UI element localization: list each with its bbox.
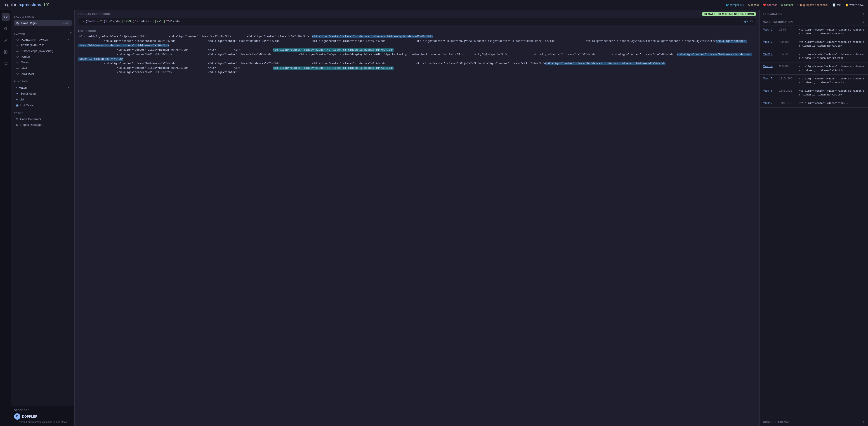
sponsor-name: DOPPLER bbox=[22, 415, 37, 418]
flavor-java8-label: Java 8 bbox=[21, 66, 29, 70]
center-panel: REGULAR EXPRESSION 93 matches (107 840 s… bbox=[74, 10, 760, 426]
match-7-label[interactable]: Match 7 bbox=[763, 101, 776, 105]
flavor-ecma[interactable]: </> ECMAScript (JavaScript) bbox=[14, 48, 72, 54]
brand: regular expressions 101 bbox=[4, 2, 50, 7]
svg-rect-2 bbox=[6, 27, 7, 30]
match-row-1: Match 1 22-96 <td·align="center"·class="… bbox=[760, 26, 868, 38]
regex-token-lookahead: (?=<td) bbox=[86, 20, 98, 23]
sponsor-link[interactable]: ❤️ sponsor bbox=[763, 3, 777, 6]
regex-debugger-label: Regex Debugger bbox=[20, 123, 42, 126]
icon-code[interactable] bbox=[2, 13, 10, 21]
tool-code-gen[interactable]: ⊞ Code Generator bbox=[14, 116, 72, 122]
flavor-golang[interactable]: </> Golang bbox=[14, 59, 72, 65]
save-shortcut: ctrl+s bbox=[63, 22, 69, 24]
icon-chat[interactable] bbox=[2, 60, 10, 68]
flavor-tag-ecma: </> bbox=[16, 50, 20, 53]
tool-regex-debugger[interactable]: ⚙ Regex Debugger bbox=[14, 122, 72, 127]
regex-token-quant1: *? bbox=[135, 20, 138, 23]
regex-token-quant2: *? bbox=[165, 20, 169, 23]
flavor-java8[interactable]: </> Java 8 bbox=[14, 65, 72, 71]
match-3-range: 754-828 bbox=[779, 53, 796, 60]
svg-rect-1 bbox=[5, 28, 6, 30]
sponsors-box: SPONSORS D DOPPLER All your environment … bbox=[11, 406, 74, 426]
match-icon: › bbox=[16, 86, 17, 89]
flavor-title: FLAVOR bbox=[14, 32, 25, 35]
explanation-collapse-button[interactable]: ∧ bbox=[863, 12, 865, 16]
regex-label: REGULAR EXPRESSION 93 matches (107 840 s… bbox=[78, 12, 756, 16]
function-unit-tests[interactable]: ◉ Unit Tests bbox=[14, 102, 72, 108]
flavor-pcre[interactable]: </> PCRE (PHP <7.3) bbox=[14, 42, 72, 48]
wiki-link[interactable]: 📄 wiki bbox=[832, 3, 841, 6]
function-match[interactable]: › Match ✓ bbox=[14, 85, 72, 90]
test-string-content[interactable]: color:#efdc31;color:black;">良</span></td… bbox=[74, 33, 760, 426]
match-row-5: Match 5 1316-1390 <td·align="center"·cla… bbox=[760, 75, 868, 87]
regex-section: REGULAR EXPRESSION 93 matches (107 840 s… bbox=[74, 10, 760, 28]
match-info-section: MATCH INFORMATION ∨ Match 1 22-96 <td·al… bbox=[760, 18, 868, 418]
regex-content[interactable]: (?=<td)(?:(?!<\/td>)[\s\S])*?hidden-lg[\… bbox=[86, 20, 741, 23]
flavor-check-pcre2: ✓ bbox=[67, 38, 70, 41]
icon-bar bbox=[0, 10, 11, 426]
flavor-python[interactable]: </> Python bbox=[14, 54, 72, 59]
match-row-3: Match 3 754-828 <td·align="center"·class… bbox=[760, 50, 868, 62]
match-5-range: 1316-1390 bbox=[779, 77, 796, 84]
function-list[interactable]: ≡ List bbox=[14, 96, 72, 102]
regex-token-charclass1: [\s\S] bbox=[122, 20, 133, 23]
flavor-pcre2[interactable]: </> PCRE2 (PHP >=7.3) ✓ bbox=[14, 37, 72, 42]
quick-ref-header: QUICK REFERENCE ∧ bbox=[760, 418, 868, 426]
flavor-pcre-label: PCRE (PHP <7.3) bbox=[21, 44, 44, 47]
match-4-label[interactable]: Match 4 bbox=[763, 65, 776, 72]
match-2-label[interactable]: Match 2 bbox=[763, 40, 776, 48]
flavor-pcre2-label: PCRE2 (PHP >=7.3) bbox=[21, 38, 48, 41]
save-regex-button[interactable]: Save Regex ctrl+s bbox=[14, 20, 72, 26]
icon-stats[interactable] bbox=[2, 24, 10, 33]
flavor-help-icon[interactable]: ? bbox=[70, 31, 72, 35]
regex-copy-button[interactable]: ⧉ bbox=[749, 19, 754, 24]
right-panel: EXPLANATION ∧ MATCH INFORMATION ∨ Match … bbox=[760, 10, 868, 426]
match-info-collapse-button[interactable]: ∨ bbox=[863, 20, 865, 24]
svg-point-3 bbox=[5, 39, 6, 40]
code-gen-label: Code Generator bbox=[20, 117, 41, 121]
tools-title: TOOLS bbox=[14, 112, 72, 114]
quick-ref-collapse-button[interactable]: ∧ bbox=[863, 420, 865, 424]
whatsnew-link[interactable]: 🔔 what's new? bbox=[845, 3, 864, 6]
function-substitution[interactable]: ✂ Substitution bbox=[14, 90, 72, 96]
match-row-2: Match 2 429-502 <td·align="center"·class… bbox=[760, 38, 868, 50]
match-1-label[interactable]: Match 1 bbox=[763, 28, 776, 35]
contact-link[interactable]: ✉ contact bbox=[781, 3, 793, 6]
regex-input-wrap[interactable]: ÷ / (?=<td)(?:(?!<\/td>)[\s\S])*?hidden-… bbox=[78, 17, 756, 25]
brand-regular: regular bbox=[4, 2, 16, 7]
sidebar: SAVE & SHARE Save Regex ctrl+s FLAVOR ? … bbox=[11, 10, 74, 426]
match-4-range: 909-983 bbox=[779, 65, 796, 72]
match-3-value: <td·align="center"·class="hidden-xs·hidd… bbox=[799, 53, 865, 60]
match-7-value: <td·align="center"·class="hidd... bbox=[799, 101, 865, 105]
flavor-python-label: Python bbox=[21, 55, 30, 58]
match-6-range: 1643-1716 bbox=[779, 89, 796, 96]
flavor-dotnet-label: .NET (C#) bbox=[21, 72, 34, 75]
regex-token-group-close2: ) bbox=[133, 20, 134, 23]
regex-delim-open: / bbox=[83, 20, 85, 23]
flavor-tag-java8: </> bbox=[16, 67, 20, 69]
match-5-label[interactable]: Match 5 bbox=[763, 77, 776, 84]
flavor-dotnet[interactable]: </> .NET (C#) bbox=[14, 71, 72, 77]
match-3-label[interactable]: Match 3 bbox=[763, 53, 776, 60]
match-7-range: 1797-1870 bbox=[779, 101, 796, 105]
match-info-title: MATCH INFORMATION bbox=[763, 21, 793, 23]
match-2-value: <td·align="center"·class="hidden-xs·hidd… bbox=[799, 40, 865, 48]
twitter-link[interactable]: 🐦 @regex101 bbox=[725, 3, 744, 6]
regex-delim-close: / bbox=[741, 20, 743, 23]
function-title: FUNCTION bbox=[14, 80, 72, 83]
match-row-6: Match 6 1643-1716 <td·align="center"·cla… bbox=[760, 87, 868, 99]
flavor-tag-dotnet: </> bbox=[16, 73, 20, 75]
sponsor-logo[interactable]: D DOPPLER bbox=[14, 413, 72, 420]
icon-gear[interactable] bbox=[2, 48, 10, 56]
icon-user[interactable] bbox=[2, 36, 10, 44]
sponsors-label: SPONSORS bbox=[14, 409, 72, 411]
match-6-label[interactable]: Match 6 bbox=[763, 89, 776, 96]
donate-link[interactable]: $ donate bbox=[748, 3, 758, 6]
regex-token-group-close1: ) bbox=[120, 20, 122, 23]
save-regex-label: Save Regex bbox=[21, 21, 37, 25]
match-info-header: MATCH INFORMATION ∨ bbox=[760, 18, 868, 26]
save-share-title: SAVE & SHARE bbox=[14, 16, 72, 18]
sponsor-desc: All your environment variables, in one p… bbox=[14, 421, 72, 423]
bugreports-link[interactable]: ⚠ bug reports & feedback bbox=[797, 3, 828, 6]
